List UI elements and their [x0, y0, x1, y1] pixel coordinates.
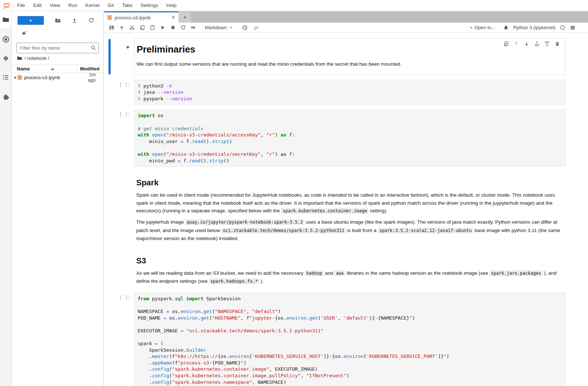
- file-browser-icon[interactable]: [2, 16, 9, 23]
- inline-code: spark:3.5.2-scala2.12-java17-ubuntu: [378, 228, 473, 233]
- extension-manager-icon[interactable]: [2, 93, 9, 100]
- code-editor[interactable]: import os # get minio credentialswith op…: [134, 109, 566, 167]
- open-in-label: Open in...: [474, 25, 495, 30]
- cell-prompt: [ ]:: [104, 109, 134, 167]
- search-icon: [91, 45, 96, 51]
- file-modified: 2m ago: [81, 72, 103, 83]
- cell-list: PreliminariesWe can first output some ve…: [104, 33, 588, 386]
- close-tab-icon[interactable]: ×: [171, 15, 176, 20]
- refresh-button[interactable]: [88, 18, 94, 23]
- inline-code: oci.stackable.tech/demos/spark:3.5.2-pyt…: [221, 228, 345, 233]
- markdown-paragraph: As we will be reading data from an S3 bu…: [136, 269, 562, 286]
- menu-item-run[interactable]: Run: [64, 0, 81, 11]
- upload-button[interactable]: [72, 18, 77, 23]
- new-launcher-button[interactable]: +: [18, 16, 44, 25]
- markdown-paragraph: The jupyterhub image quay.io/jupyter/pys…: [136, 218, 562, 243]
- menu-item-file[interactable]: File: [13, 0, 29, 11]
- markdown-body[interactable]: S3As we will be reading data from an S3 …: [134, 250, 566, 288]
- file-name[interactable]: process-s3.ipynb: [24, 75, 81, 80]
- breadcrumb-path[interactable]: / notebook /: [24, 55, 49, 61]
- filter-files-input[interactable]: [16, 43, 99, 53]
- git-clone-button[interactable]: [21, 30, 27, 38]
- code-cell[interactable]: [ ]:! python3 -V! java --version! pyspar…: [104, 80, 588, 105]
- menu-item-help[interactable]: Help: [162, 0, 180, 11]
- left-sidebar: [0, 11, 12, 386]
- menu-item-tabs[interactable]: Tabs: [118, 0, 137, 11]
- home-folder-icon: [17, 55, 22, 61]
- move-down-button[interactable]: [522, 40, 532, 47]
- menu-item-edit[interactable]: Edit: [29, 0, 46, 11]
- menu-item-settings[interactable]: Settings: [137, 0, 163, 11]
- running-kernels-icon[interactable]: [2, 36, 9, 43]
- jupyter-logo-icon: [0, 1, 13, 10]
- open-in-dropdown[interactable]: Open in...: [469, 25, 495, 30]
- cell-type-value: Markdown: [205, 25, 227, 30]
- file-browser-toolbar: +: [12, 16, 103, 25]
- breadcrumb[interactable]: / notebook /: [17, 55, 49, 61]
- menu-item-kernel[interactable]: Kernel: [81, 0, 104, 11]
- git-toolbar-label: git: [254, 25, 259, 30]
- markdown-cell[interactable]: SparkSpark can be used in client mode (r…: [104, 171, 588, 245]
- active-cell-collapser[interactable]: [108, 39, 111, 74]
- debugger-bug-icon[interactable]: [501, 23, 511, 32]
- column-header-name[interactable]: Name: [12, 66, 77, 72]
- code-editor[interactable]: ! python3 -V! java --version! pyspark --…: [134, 80, 566, 105]
- copy-button[interactable]: [137, 23, 147, 32]
- file-row[interactable]: process-s3.ipynb 2m ago: [12, 73, 103, 82]
- run-button[interactable]: [157, 23, 168, 32]
- kernel-running-dot: [14, 77, 16, 78]
- filter-files-box: [16, 43, 99, 53]
- toolbar-right: Open in... Python 3 (ipykernel): [469, 23, 576, 32]
- cell-prompt: [104, 250, 134, 288]
- markdown-paragraph: Spark can be used in client mode (recomm…: [136, 191, 562, 215]
- table-of-contents-icon[interactable]: [2, 74, 9, 81]
- cut-button[interactable]: [127, 23, 137, 32]
- markdown-cell[interactable]: S3As we will be reading data from an S3 …: [104, 250, 588, 288]
- insert-above-button[interactable]: [532, 40, 542, 47]
- git-sidebar-icon[interactable]: [2, 55, 9, 62]
- kernel-name[interactable]: Python 3 (ipykernel): [513, 25, 555, 30]
- menu-bar: File Edit View Run Kernel Git Tabs Setti…: [0, 0, 588, 11]
- cell-prompt: [ ]:: [104, 80, 134, 105]
- inline-code: hadoop: [305, 270, 324, 276]
- heading-collapse-icon[interactable]: [126, 46, 130, 49]
- insert-cell-button[interactable]: [117, 23, 127, 32]
- menu-item-git[interactable]: Git: [104, 0, 118, 11]
- duplicate-cell-button[interactable]: [501, 40, 511, 47]
- new-folder-button[interactable]: [55, 18, 61, 23]
- notebook-content[interactable]: PreliminariesWe can first output some ve…: [104, 33, 588, 386]
- new-tab-button[interactable]: +: [179, 12, 191, 23]
- tab-bar: process-s3.ipynb × +: [104, 11, 588, 23]
- markdown-body[interactable]: SparkSpark can be used in client mode (r…: [134, 171, 566, 245]
- markdown-paragraph: We can first output some versions that a…: [137, 60, 562, 68]
- markdown-cell[interactable]: PreliminariesWe can first output some ve…: [104, 38, 588, 75]
- restart-kernel-button[interactable]: [178, 23, 188, 32]
- inline-code: spark.hadoopo.fs.*: [209, 278, 259, 284]
- paste-button[interactable]: [147, 23, 157, 32]
- toolbar-menu-icon[interactable]: [570, 25, 576, 31]
- menu-item-view[interactable]: View: [46, 0, 64, 11]
- tab-label[interactable]: process-s3.ipynb: [115, 15, 171, 20]
- save-button[interactable]: [106, 23, 117, 32]
- cell-prompt: [ ]:: [104, 293, 134, 386]
- code-cell[interactable]: [ ]:from pyspark.sql import SparkSession…: [104, 293, 588, 386]
- stop-button[interactable]: [168, 23, 178, 32]
- notebook-file-icon: [107, 15, 112, 20]
- delete-cell-button[interactable]: [552, 40, 562, 47]
- code-cell[interactable]: [ ]:import os # get minio credentialswit…: [104, 109, 588, 167]
- tab-process-s3[interactable]: process-s3.ipynb ×: [104, 11, 179, 23]
- sort-ascending-icon: [51, 68, 54, 70]
- restart-run-all-button[interactable]: [188, 23, 198, 32]
- move-up-button[interactable]: [511, 40, 522, 47]
- column-header-modified[interactable]: Modified: [77, 65, 103, 73]
- cell-type-dropdown[interactable]: Markdown: [205, 25, 233, 30]
- history-clock-icon[interactable]: [240, 23, 250, 32]
- inline-code: spark.jars.packages: [489, 270, 542, 276]
- code-editor[interactable]: from pyspark.sql import SparkSession NAM…: [134, 293, 566, 386]
- file-browser-panel: + / notebook / Name Modified process-s3.…: [12, 11, 104, 386]
- notebook-file-icon: [17, 75, 22, 80]
- kernel-status-icon[interactable]: [560, 25, 565, 30]
- inline-code: aws: [335, 270, 345, 276]
- inline-code: quay.io/jupyter/pyspark-notebook:spark-3…: [185, 219, 304, 225]
- insert-below-button[interactable]: [542, 40, 552, 47]
